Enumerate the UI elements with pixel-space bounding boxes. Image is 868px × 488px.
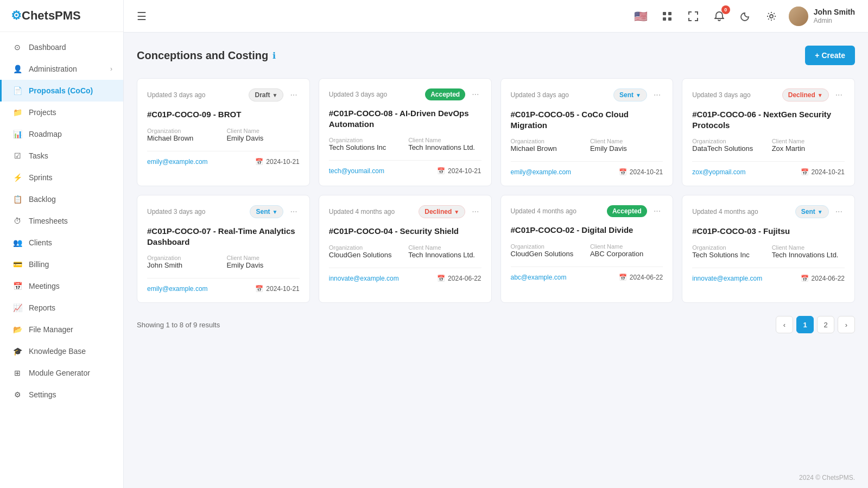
dark-mode-icon[interactable] [737, 8, 754, 25]
card-email[interactable]: emily@example.com [147, 158, 208, 166]
sidebar-label-settings: Settings [29, 390, 112, 399]
status-badge[interactable]: Accepted [425, 88, 465, 100]
module-generator-icon: ⊞ [12, 368, 22, 378]
card-email[interactable]: emily@example.com [511, 168, 572, 176]
status-badge[interactable]: Draft ▼ [249, 88, 283, 102]
hamburger-icon[interactable]: ☰ [137, 10, 147, 23]
more-options-button[interactable]: ··· [470, 88, 481, 100]
org-label: Organization [511, 243, 584, 250]
org-label: Organization [147, 255, 220, 261]
client-label: Client Name [772, 138, 845, 144]
more-options-button[interactable]: ··· [470, 206, 481, 218]
card-c8[interactable]: Updated 4 months ago Sent ▼ ··· #C01P-CO… [682, 195, 855, 303]
sidebar-item-dashboard[interactable]: ⊙ Dashboard [0, 36, 123, 58]
sidebar-item-meetings[interactable]: 📅 Meetings [0, 275, 123, 297]
fullscreen-icon[interactable] [685, 8, 702, 25]
pagination-row: Showing 1 to 8 of 9 results ‹12› [137, 316, 855, 333]
card-fields: Organization DataTech Solutions Client N… [692, 138, 845, 153]
status-badge[interactable]: Sent ▼ [613, 88, 647, 102]
tasks-icon: ☑ [12, 151, 22, 161]
card-date-value: 2024-10-21 [812, 168, 845, 176]
notifications-button[interactable]: 0 [711, 8, 728, 25]
card-c5[interactable]: Updated 3 days ago Sent ▼ ··· #C01P-COCO… [137, 195, 310, 303]
more-options-button[interactable]: ··· [288, 206, 299, 218]
card-email[interactable]: innovate@example.com [329, 275, 399, 282]
create-button[interactable]: + Create [805, 46, 855, 65]
client-label: Client Name [590, 138, 663, 144]
status-chevron: ▼ [273, 92, 278, 98]
sidebar-item-knowledge-base[interactable]: 🎓 Knowledge Base [0, 340, 123, 362]
pagination-next[interactable]: › [838, 316, 855, 333]
sidebar-item-backlog[interactable]: 📋 Backlog [0, 188, 123, 210]
page-header: Conceptions and Costing ℹ + Create [137, 46, 855, 65]
status-badge[interactable]: Sent ▼ [250, 205, 283, 218]
more-options-button[interactable]: ··· [833, 89, 845, 101]
cards-grid: Updated 3 days ago Draft ▼ ··· #C01P-COC… [137, 78, 855, 303]
footer: 2024 © ChetsPMS. [124, 467, 868, 488]
more-options-button[interactable]: ··· [651, 89, 663, 101]
card-fields: Organization CloudGen Solutions Client N… [329, 244, 481, 259]
info-icon[interactable]: ℹ [273, 50, 276, 61]
settings-icon[interactable] [763, 8, 780, 25]
card-c2[interactable]: Updated 3 days ago Accepted ··· #C01P-CO… [319, 78, 492, 186]
card-email[interactable]: abc@example.com [511, 274, 567, 281]
administration-icon: 👤 [12, 64, 22, 74]
status-chevron: ▼ [454, 209, 459, 215]
grid-icon[interactable] [658, 8, 676, 25]
meetings-icon: 📅 [12, 281, 22, 291]
user-details: John Smith Admin [814, 8, 855, 24]
card-date-value: 2024-10-21 [448, 167, 481, 175]
card-fields: Organization Michael Brown Client Name E… [511, 138, 663, 153]
more-options-button[interactable]: ··· [833, 206, 845, 218]
sidebar-item-projects[interactable]: 📁 Projects [0, 102, 123, 123]
sidebar-item-module-generator[interactable]: ⊞ Module Generator [0, 362, 123, 384]
client-label: Client Name [226, 128, 299, 134]
card-c3[interactable]: Updated 3 days ago Sent ▼ ··· #C01P-COCO… [500, 78, 674, 186]
card-c7[interactable]: Updated 4 months ago Accepted ··· #C01P-… [500, 195, 674, 303]
sidebar-item-sprints[interactable]: ⚡ Sprints [0, 167, 123, 188]
sidebar-item-tasks[interactable]: ☑ Tasks [0, 145, 123, 167]
sidebar-item-clients[interactable]: 👥 Clients [0, 232, 123, 253]
sidebar-item-timesheets[interactable]: ⏱ Timesheets [0, 210, 123, 232]
status-badge[interactable]: Declined ▼ [782, 88, 829, 102]
sidebar-item-settings[interactable]: ⚙ Settings [0, 384, 123, 405]
language-flag[interactable]: 🇺🇸 [632, 8, 650, 25]
card-email[interactable]: zox@yopmail.com [692, 168, 745, 176]
pagination-prev[interactable]: ‹ [776, 316, 793, 333]
more-options-button[interactable]: ··· [651, 205, 663, 217]
card-email[interactable]: emily@example.com [147, 285, 208, 293]
main-area: ☰ 🇺🇸 0 [124, 0, 868, 488]
card-email[interactable]: innovate@example.com [692, 275, 762, 282]
showing-text: Showing 1 to 8 of 9 results [137, 321, 220, 329]
status-badge[interactable]: Declined ▼ [419, 205, 465, 218]
reports-icon: 📈 [12, 303, 22, 313]
status-chevron: ▼ [818, 209, 823, 215]
card-c1[interactable]: Updated 3 days ago Draft ▼ ··· #C01P-COC… [137, 78, 310, 186]
card-date: 📅 2024-06-22 [619, 274, 663, 281]
client-label: Client Name [408, 244, 481, 251]
notification-badge: 0 [721, 5, 730, 14]
user-info[interactable]: John Smith Admin [789, 7, 855, 26]
sidebar-item-administration[interactable]: 👤 Administration › [0, 58, 123, 80]
client-value: Tech Innovations Ltd. [408, 251, 481, 259]
card-c4[interactable]: Updated 3 days ago Declined ▼ ··· #C01P-… [682, 78, 855, 186]
sidebar-item-roadmap[interactable]: 📊 Roadmap [0, 123, 123, 145]
card-fields: Organization Tech Solutions Inc Client N… [692, 244, 845, 259]
pagination-page-1[interactable]: 1 [796, 316, 814, 333]
card-c6[interactable]: Updated 4 months ago Declined ▼ ··· #C01… [319, 195, 492, 303]
sidebar-item-reports[interactable]: 📈 Reports [0, 297, 123, 319]
sidebar-item-billing[interactable]: 💳 Billing [0, 253, 123, 275]
card-fields: Organization CloudGen Solutions Client N… [511, 243, 663, 258]
client-label: Client Name [590, 243, 663, 250]
more-options-button[interactable]: ··· [288, 89, 299, 101]
card-date: 📅 2024-10-21 [801, 168, 845, 176]
status-badge[interactable]: Sent ▼ [795, 205, 829, 218]
sidebar-item-proposals[interactable]: 📄 Proposals (CoCo) [0, 80, 123, 102]
pagination-page-2[interactable]: 2 [817, 316, 834, 333]
sidebar-item-file-manager[interactable]: 📂 File Manager [0, 319, 123, 340]
card-email[interactable]: tech@youmail.com [329, 167, 384, 175]
sidebar-label-roadmap: Roadmap [29, 130, 112, 138]
card-date: 📅 2024-10-21 [437, 167, 481, 175]
client-value: Emily Davis [226, 261, 299, 269]
status-badge[interactable]: Accepted [607, 205, 647, 217]
